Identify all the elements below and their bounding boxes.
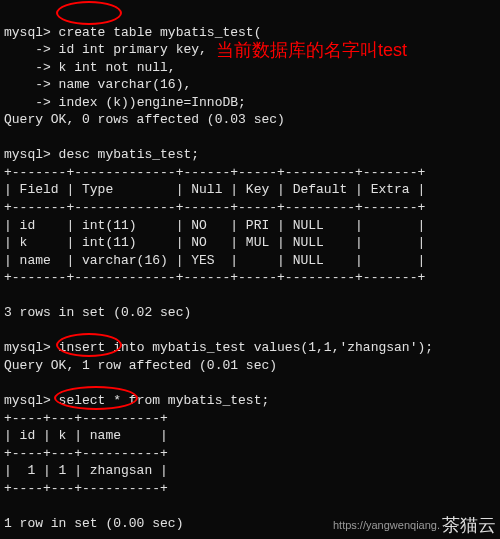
query-result: Query OK, 0 rows affected (0.03 sec) xyxy=(4,112,285,127)
select-cmd: select * from mybatis_test; xyxy=(51,393,269,408)
cont-line: -> id int primary key, xyxy=(4,42,207,57)
cont-line: -> name varchar(16), xyxy=(4,77,191,92)
desc-cmd: desc mybatis_test; xyxy=(51,147,199,162)
table-border: +----+---+----------+ xyxy=(4,446,168,461)
table-row: | 1 | 1 | zhangsan | xyxy=(4,463,168,478)
query-result: 1 row in set (0.00 sec) xyxy=(4,516,183,531)
cont-line: -> index (k))engine=InnoDB; xyxy=(4,95,246,110)
table-row: | name | varchar(16) | YES | | NULL | | xyxy=(4,253,425,268)
cont-line: -> k int not null, xyxy=(4,60,176,75)
table-header: | Field | Type | Null | Key | Default | … xyxy=(4,182,425,197)
prompt-line[interactable]: mysql> desc mybatis_test; xyxy=(4,147,199,162)
table-border: +-------+-------------+------+-----+----… xyxy=(4,200,425,215)
table-border: +-------+-------------+------+-----+----… xyxy=(4,270,425,285)
prompt-line[interactable]: mysql> select * from mybatis_test; xyxy=(4,393,269,408)
watermark-url: https://yangwenqiang. xyxy=(333,518,440,533)
watermark-brand: 茶猫云 xyxy=(442,513,496,537)
table-row: | k | int(11) | NO | MUL | NULL | | xyxy=(4,235,425,250)
table-border: +----+---+----------+ xyxy=(4,411,168,426)
table-header: | id | k | name | xyxy=(4,428,168,443)
insert-cmd: insert into mybatis_test values(1,1,'zha… xyxy=(51,340,433,355)
table-border: +-------+-------------+------+-----+----… xyxy=(4,165,425,180)
query-result: Query OK, 1 row affected (0.01 sec) xyxy=(4,358,277,373)
table-border: +----+---+----------+ xyxy=(4,481,168,496)
table-row: | id | int(11) | NO | PRI | NULL | | xyxy=(4,218,425,233)
annotation-text: 当前数据库的名字叫test xyxy=(216,38,407,62)
query-result: 3 rows in set (0.02 sec) xyxy=(4,305,191,320)
prompt-line[interactable]: mysql> insert into mybatis_test values(1… xyxy=(4,340,433,355)
mysql-prompt: mysql> xyxy=(4,25,51,40)
terminal-output: mysql> create table mybatis_test( -> id … xyxy=(0,0,500,539)
